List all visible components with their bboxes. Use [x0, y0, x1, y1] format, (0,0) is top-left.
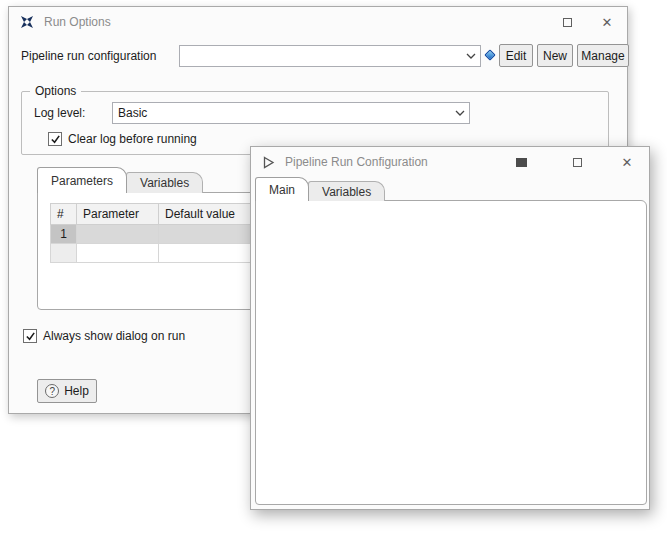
- always-show-checkbox[interactable]: [23, 329, 37, 343]
- help-button-label: Help: [64, 384, 89, 398]
- hop-logo-icon: [19, 14, 35, 30]
- clear-log-label: Clear log before running: [68, 128, 197, 150]
- tab-variables-label: Variables: [322, 185, 371, 199]
- column-header-default-value: Default value: [159, 204, 255, 225]
- pipeline-run-configuration-dialog: Pipeline Run Configuration ✕ Main Variab…: [250, 146, 650, 510]
- close-button[interactable]: ✕: [587, 7, 627, 37]
- log-level-combo[interactable]: Basic: [112, 102, 470, 124]
- pipeline-run-config-label: Pipeline run configuration: [21, 45, 156, 67]
- parameters-table: # Parameter Default value 1: [50, 203, 255, 263]
- table-row[interactable]: 1: [51, 225, 255, 244]
- tab-parameters-label: Parameters: [51, 174, 113, 188]
- tab-parameters[interactable]: Parameters: [37, 167, 127, 193]
- log-level-label: Log level:: [34, 102, 85, 124]
- tab-main-label: Main: [269, 183, 295, 197]
- window-controls: ✕: [493, 147, 649, 177]
- clear-log-checkbox[interactable]: [48, 132, 62, 146]
- close-button[interactable]: ✕: [605, 147, 649, 177]
- minimize-icon: [516, 158, 527, 167]
- checkmark-icon: [50, 134, 61, 145]
- chevron-down-icon: [462, 53, 476, 59]
- table-header-row: # Parameter Default value: [51, 204, 255, 225]
- log-level-value: Basic: [118, 106, 451, 120]
- manage-button[interactable]: Manage: [577, 44, 629, 67]
- pipeline-config-tabstrip: Main Variables: [255, 177, 384, 201]
- window-controls: ✕: [547, 7, 627, 37]
- checkmark-icon: [25, 331, 36, 342]
- cell-default-value[interactable]: [159, 244, 255, 263]
- tab-variables[interactable]: Variables: [308, 181, 385, 201]
- cell-parameter[interactable]: [77, 225, 159, 244]
- cell-num[interactable]: [51, 244, 77, 263]
- close-icon: ✕: [602, 15, 613, 30]
- edit-button[interactable]: Edit: [499, 44, 533, 67]
- column-header-parameter: Parameter: [77, 204, 159, 225]
- cell-parameter[interactable]: [77, 244, 159, 263]
- always-show-label: Always show dialog on run: [43, 325, 185, 347]
- new-button[interactable]: New: [537, 44, 573, 67]
- help-button[interactable]: ? Help: [37, 379, 97, 403]
- chevron-down-icon: [451, 110, 465, 116]
- help-icon: ?: [45, 384, 59, 398]
- minimize-button[interactable]: [493, 147, 549, 177]
- maximize-icon: [563, 18, 572, 27]
- cell-default-value[interactable]: [159, 225, 255, 244]
- options-group-legend: Options: [30, 83, 81, 99]
- main-tab-panel: [255, 200, 647, 505]
- column-header-num: #: [51, 204, 77, 225]
- pipeline-run-config-combo[interactable]: [179, 45, 481, 67]
- pipeline-run-config-title: Pipeline Run Configuration: [285, 155, 428, 169]
- play-icon: [261, 155, 276, 170]
- pipeline-run-config-titlebar[interactable]: Pipeline Run Configuration ✕: [251, 147, 649, 177]
- table-row-empty[interactable]: [51, 244, 255, 263]
- run-options-titlebar[interactable]: Run Options ✕: [9, 7, 627, 37]
- run-options-title: Run Options: [44, 15, 111, 29]
- close-icon: ✕: [622, 155, 633, 170]
- run-options-tabstrip: Parameters Variables: [37, 167, 202, 193]
- maximize-button[interactable]: [549, 147, 605, 177]
- maximize-icon: [573, 158, 582, 167]
- tab-variables-label: Variables: [140, 176, 189, 190]
- variable-icon: [484, 49, 495, 60]
- tab-variables[interactable]: Variables: [126, 172, 203, 193]
- tab-main[interactable]: Main: [255, 177, 309, 201]
- maximize-button[interactable]: [547, 7, 587, 37]
- cell-num[interactable]: 1: [51, 225, 77, 244]
